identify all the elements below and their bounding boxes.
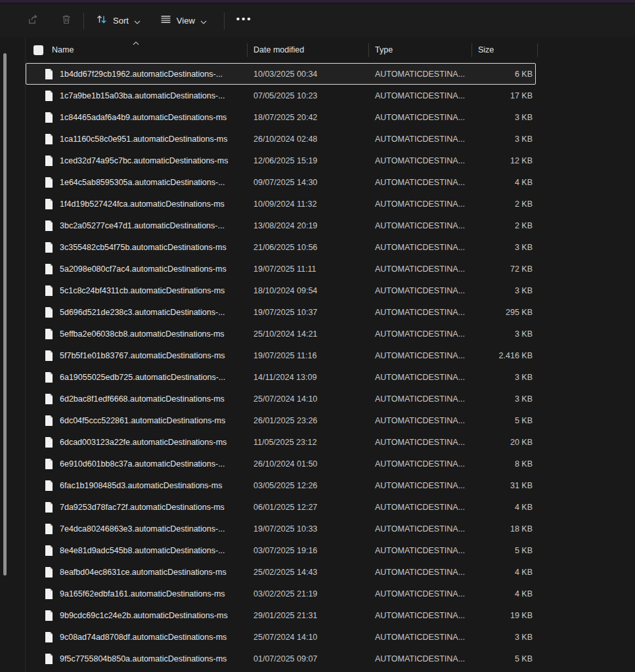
file-type-cell: AUTOMATICDESTINA... [369, 107, 472, 127]
size-column-label: Size [478, 45, 494, 54]
file-size-cell: 4 KB [472, 172, 536, 192]
file-type-cell: AUTOMATICDESTINA... [369, 583, 472, 604]
file-row[interactable]: 1b4dd67f29cb1962.automaticDestinations-.… [26, 63, 536, 85]
file-name-cell: 6dc04f5ccc522861.automaticDestinations-m… [26, 410, 248, 430]
more-options-button[interactable]: ••• [230, 9, 259, 33]
file-type-cell: AUTOMATICDESTINA... [369, 453, 472, 474]
file-size-cell: 295 KB [472, 302, 536, 322]
file-row[interactable]: 6d2bac8f1edf6668.automaticDestinations-m… [26, 388, 536, 410]
file-row[interactable]: 6dc04f5ccc522861.automaticDestinations-m… [26, 410, 536, 431]
file-row[interactable]: 5a2098e080cf7ac4.automaticDestinations-m… [26, 258, 536, 280]
file-icon [45, 285, 53, 296]
file-size-cell: 3 KB [472, 627, 536, 647]
file-name: 5d696d521de238c3.automaticDestinations-.… [60, 308, 225, 317]
file-size-cell: 2 KB [472, 215, 536, 236]
file-row[interactable]: 7da9253d78fac72f.automaticDestinations-m… [26, 496, 536, 518]
window-accent-strip [0, 0, 635, 3]
file-icon [45, 632, 53, 642]
sort-arrows-icon [96, 14, 108, 28]
file-name: 3c355482cb54f75b.automaticDestinations-m… [60, 243, 227, 252]
file-row[interactable]: 6a19055025edb725.automaticDestinations-.… [26, 366, 536, 388]
chevron-down-icon [200, 15, 207, 27]
file-row[interactable]: 9f5c7755804b850a.automaticDestinations-m… [26, 648, 536, 669]
file-name: 1e64c5ab8595305a.automaticDestinations-.… [60, 178, 225, 187]
file-name-cell: 5f7b5f1e01b83767.automaticDestinations-m… [26, 345, 248, 366]
file-row[interactable]: 1ced32d74a95c7bc.automaticDestinations-m… [26, 150, 536, 171]
column-header-type[interactable]: Type [368, 37, 471, 62]
share-button[interactable] [21, 9, 45, 33]
file-name: 1c7a9be1b15a03ba.automaticDestinations-.… [60, 91, 225, 100]
file-row[interactable]: 3c355482cb54f75b.automaticDestinations-m… [26, 236, 536, 258]
file-row[interactable]: 6e910d601bb8c37a.automaticDestinations-.… [26, 453, 536, 474]
file-row[interactable]: 5d696d521de238c3.automaticDestinations-.… [26, 301, 536, 323]
scrollbar-thumb[interactable] [3, 53, 7, 576]
file-name: 5effba2e06038cb8.automaticDestinations-m… [60, 329, 225, 339]
file-row[interactable]: 5effba2e06038cb8.automaticDestinations-m… [26, 323, 536, 345]
column-separator[interactable] [368, 43, 369, 57]
file-type-cell: AUTOMATICDESTINA... [369, 150, 472, 171]
file-row[interactable]: 6fac1b1908485d3.automaticDestinations-ms… [26, 474, 536, 496]
file-date-cell: 18/07/2025 20:42 [248, 107, 369, 127]
file-name-cell: 1c84465adaf6a4b9.automaticDestinations-m… [26, 107, 248, 127]
file-date-cell: 03/05/2025 12:26 [248, 475, 369, 495]
file-name-cell: 3c355482cb54f75b.automaticDestinations-m… [26, 237, 248, 257]
file-row[interactable]: 8e4e81d9adc545b8.automaticDestinations-.… [26, 539, 536, 561]
file-row[interactable]: 5f7b5f1e01b83767.automaticDestinations-m… [26, 345, 536, 366]
column-header-date-modified[interactable]: Date modified [247, 37, 368, 62]
delete-button[interactable] [55, 9, 78, 33]
file-row[interactable]: 9a165f62edbfa161.automaticDestinations-m… [26, 583, 536, 604]
file-name-cell: 7e4dca80246863e3.automaticDestinations-.… [26, 518, 248, 539]
file-size-cell: 12 KB [472, 150, 536, 171]
file-row[interactable]: 8eafbd04ec8631ce.automaticDestinations-m… [26, 561, 536, 583]
file-icon [45, 329, 53, 339]
file-icon [45, 589, 53, 599]
file-row[interactable]: 5c1c8c24bf4311cb.automaticDestinations-m… [26, 280, 536, 301]
file-name: 5c1c8c24bf4311cb.automaticDestinations-m… [60, 286, 225, 295]
file-row[interactable]: 9b9cdc69c1c24e2b.automaticDestinations-m… [26, 604, 536, 626]
file-row[interactable]: 1ca1160c58c0e951.automaticDestinations-m… [26, 128, 536, 150]
column-header-size[interactable]: Size [471, 37, 537, 62]
file-icon [45, 502, 53, 513]
file-type-cell: AUTOMATICDESTINA... [369, 129, 472, 149]
file-icon [45, 242, 53, 253]
file-row[interactable]: 1c7a9be1b15a03ba.automaticDestinations-.… [26, 85, 536, 106]
file-type-cell: AUTOMATICDESTINA... [369, 194, 472, 214]
file-row[interactable]: 1e64c5ab8595305a.automaticDestinations-.… [26, 171, 536, 193]
date-modified-column-label: Date modified [253, 45, 304, 54]
view-label: View [177, 16, 195, 26]
file-name: 6fac1b1908485d3.automaticDestinations-ms [60, 481, 222, 490]
file-row[interactable]: 1f4d19b527424fca.automaticDestinations-m… [26, 193, 536, 215]
file-name-cell: 9b9cdc69c1c24e2b.automaticDestinations-m… [26, 605, 248, 625]
column-separator[interactable] [471, 43, 472, 57]
file-row[interactable]: 6dcad003123a22fe.automaticDestinations-m… [26, 431, 536, 453]
column-separator[interactable] [247, 43, 248, 57]
select-all-checkbox[interactable] [33, 45, 43, 55]
file-row[interactable]: 7e4dca80246863e3.automaticDestinations-.… [26, 518, 536, 539]
file-row[interactable]: 3bc2a05277ce47d1.automaticDestinations-.… [26, 215, 536, 236]
file-icon [45, 394, 53, 404]
sort-button[interactable]: Sort [89, 9, 147, 33]
file-icon [45, 372, 53, 383]
file-name-cell: 1b4dd67f29cb1962.automaticDestinations-.… [26, 64, 248, 84]
file-type-cell: AUTOMATICDESTINA... [369, 410, 472, 430]
column-header-row: Name Date modified Type Size [26, 37, 635, 62]
file-name-cell: 5c1c8c24bf4311cb.automaticDestinations-m… [26, 280, 248, 301]
left-scrollbar-track[interactable] [3, 44, 7, 661]
file-icon [45, 459, 53, 469]
ellipsis-icon: ••• [236, 13, 253, 28]
file-row[interactable]: 1c84465adaf6a4b9.automaticDestinations-m… [26, 106, 536, 128]
file-type-cell: AUTOMATICDESTINA... [369, 215, 472, 236]
file-name: 6e910d601bb8c37a.automaticDestinations-.… [60, 459, 225, 469]
file-date-cell: 07/05/2025 10:23 [248, 85, 369, 106]
file-row[interactable]: 9c08ad74ad8708df.automaticDestinations-m… [26, 626, 536, 648]
column-separator[interactable] [537, 43, 538, 57]
file-name: 8e4e81d9adc545b8.automaticDestinations-.… [60, 546, 225, 555]
file-icon [45, 91, 53, 101]
file-date-cell: 25/07/2024 14:10 [248, 627, 369, 647]
file-name-cell: 5effba2e06038cb8.automaticDestinations-m… [26, 324, 248, 344]
file-date-cell: 25/10/2024 14:21 [248, 324, 369, 344]
column-header-name[interactable]: Name [26, 37, 247, 62]
file-icon [45, 69, 53, 79]
file-name: 5a2098e080cf7ac4.automaticDestinations-m… [60, 264, 227, 274]
view-button[interactable]: View [154, 9, 213, 33]
